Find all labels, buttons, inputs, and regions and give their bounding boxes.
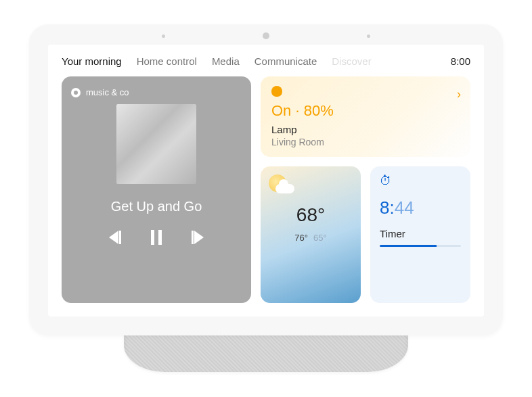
tab-discover[interactable]: Discover bbox=[332, 55, 371, 67]
screen: Your morning Home control Media Communic… bbox=[48, 45, 484, 317]
right-column: › On · 80% Lamp Living Room 68° 76° 6 bbox=[261, 76, 470, 303]
camera-sensor bbox=[263, 32, 269, 39]
weather-card[interactable]: 68° 76° 65° bbox=[261, 166, 361, 303]
pause-button[interactable] bbox=[147, 228, 166, 247]
tab-your-morning[interactable]: Your morning bbox=[62, 55, 122, 67]
weather-high: 76° bbox=[294, 233, 308, 243]
nav-bar: Your morning Home control Media Communic… bbox=[62, 55, 470, 67]
timer-card[interactable]: ⏱ 8:44 Timer bbox=[370, 166, 470, 303]
weather-temp: 68° bbox=[270, 204, 351, 226]
timer-progress-fill bbox=[380, 245, 437, 247]
previous-track-button[interactable] bbox=[105, 228, 124, 247]
music-controls bbox=[105, 228, 208, 247]
chevron-right-icon[interactable]: › bbox=[457, 87, 461, 101]
tab-communicate[interactable]: Communicate bbox=[254, 55, 317, 67]
timer-mins: 44 bbox=[395, 197, 414, 218]
timer-progress-bar bbox=[380, 245, 461, 247]
stopwatch-icon: ⏱ bbox=[380, 174, 461, 187]
album-art bbox=[116, 104, 196, 184]
music-card[interactable]: music & co Get Up and Go bbox=[62, 76, 251, 303]
mic-right bbox=[367, 34, 370, 38]
timer-label: Timer bbox=[380, 228, 461, 239]
smart-display-device: Your morning Home control Media Communic… bbox=[29, 24, 503, 372]
music-source: music & co bbox=[71, 87, 129, 97]
light-name: Lamp bbox=[271, 124, 460, 135]
track-title: Get Up and Go bbox=[111, 199, 202, 214]
timer-time: 8:44 bbox=[380, 197, 461, 218]
weather-hilo: 76° 65° bbox=[270, 233, 351, 243]
timer-hours: 8: bbox=[380, 197, 395, 218]
lightbulb-icon bbox=[271, 86, 282, 97]
mic-left bbox=[162, 34, 165, 38]
music-source-label: music & co bbox=[86, 87, 129, 97]
clock: 8:00 bbox=[451, 55, 470, 67]
light-status: On · 80% bbox=[271, 102, 460, 120]
device-bezel: Your morning Home control Media Communic… bbox=[29, 24, 503, 335]
next-track-button[interactable] bbox=[189, 228, 208, 247]
tab-home-control[interactable]: Home control bbox=[137, 55, 197, 67]
light-room: Living Room bbox=[271, 137, 460, 147]
light-card[interactable]: › On · 80% Lamp Living Room bbox=[261, 76, 470, 157]
tab-media[interactable]: Media bbox=[212, 55, 240, 67]
music-service-icon bbox=[71, 88, 81, 97]
weather-low: 65° bbox=[313, 233, 327, 243]
bottom-row: 68° 76° 65° ⏱ 8:44 Timer bbox=[261, 166, 470, 303]
cloud-icon bbox=[275, 184, 294, 193]
content-area: music & co Get Up and Go › On · 80% bbox=[62, 76, 470, 303]
